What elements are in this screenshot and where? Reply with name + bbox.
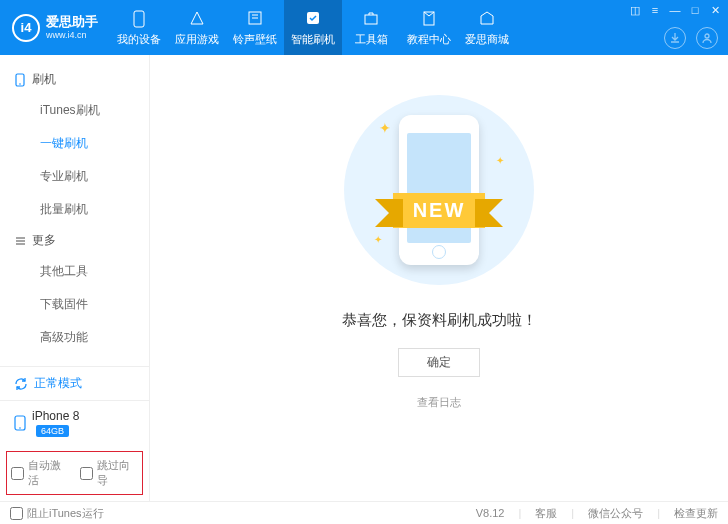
version-label: V8.12 (476, 507, 505, 519)
sidebar-group[interactable]: 刷机 (0, 65, 149, 94)
wechat-link[interactable]: 微信公众号 (588, 506, 643, 521)
main-content: ✦ ✦ ✦ NEW 恭喜您，保资料刷机成功啦！ 确定 查看日志 (150, 55, 728, 501)
maximize-icon[interactable]: □ (688, 4, 702, 17)
sparkle-icon: ✦ (496, 155, 504, 166)
device-info[interactable]: iPhone 8 64GB (0, 401, 149, 445)
support-link[interactable]: 客服 (535, 506, 557, 521)
sparkle-icon: ✦ (379, 120, 391, 136)
sidebar-item[interactable]: 批量刷机 (0, 193, 149, 226)
logo-icon: i4 (12, 14, 40, 42)
nav-4[interactable]: 工具箱 (342, 0, 400, 55)
sidebar-item[interactable]: 下载固件 (0, 288, 149, 321)
svg-rect-0 (134, 11, 144, 27)
sidebar: 刷机iTunes刷机一键刷机专业刷机批量刷机更多其他工具下载固件高级功能 正常模… (0, 55, 150, 501)
sidebar-group[interactable]: 更多 (0, 226, 149, 255)
nav-2[interactable]: 铃声壁纸 (226, 0, 284, 55)
menu-icon[interactable]: ≡ (648, 4, 662, 17)
svg-point-9 (19, 427, 21, 429)
sidebar-item[interactable]: iTunes刷机 (0, 94, 149, 127)
logo: i4 爱思助手 www.i4.cn (0, 14, 110, 42)
download-button[interactable] (664, 27, 686, 49)
new-ribbon: NEW (393, 193, 486, 228)
mode-label: 正常模式 (34, 375, 82, 392)
nav-0[interactable]: 我的设备 (110, 0, 168, 55)
options-box: 自动激活 跳过向导 (6, 451, 143, 495)
storage-badge: 64GB (36, 425, 69, 437)
close-icon[interactable]: ✕ (708, 4, 722, 17)
skip-wizard-checkbox[interactable]: 跳过向导 (80, 458, 139, 488)
user-button[interactable] (696, 27, 718, 49)
svg-point-5 (705, 34, 709, 38)
nav-6[interactable]: 爱思商城 (458, 0, 516, 55)
refresh-icon (14, 377, 28, 391)
view-log-link[interactable]: 查看日志 (417, 395, 461, 410)
svg-rect-3 (365, 15, 377, 24)
app-name: 爱思助手 (46, 14, 98, 30)
window-controls: ◫ ≡ — □ ✕ (628, 4, 722, 17)
app-header: i4 爱思助手 www.i4.cn 我的设备应用游戏铃声壁纸智能刷机工具箱教程中… (0, 0, 728, 55)
nav-3[interactable]: 智能刷机 (284, 0, 342, 55)
sidebar-item[interactable]: 高级功能 (0, 321, 149, 354)
sidebar-item[interactable]: 其他工具 (0, 255, 149, 288)
success-illustration: ✦ ✦ ✦ NEW (344, 95, 534, 285)
block-itunes-checkbox[interactable]: 阻止iTunes运行 (10, 506, 104, 521)
success-message: 恭喜您，保资料刷机成功啦！ (342, 311, 537, 330)
nav-1[interactable]: 应用游戏 (168, 0, 226, 55)
app-url: www.i4.cn (46, 30, 98, 41)
auto-activate-checkbox[interactable]: 自动激活 (11, 458, 70, 488)
top-nav: 我的设备应用游戏铃声壁纸智能刷机工具箱教程中心爱思商城 (110, 0, 516, 55)
sidebar-item[interactable]: 一键刷机 (0, 127, 149, 160)
nav-5[interactable]: 教程中心 (400, 0, 458, 55)
minimize-icon[interactable]: — (668, 4, 682, 17)
tshirt-icon[interactable]: ◫ (628, 4, 642, 17)
sparkle-icon: ✦ (374, 234, 382, 245)
mode-status[interactable]: 正常模式 (0, 367, 149, 401)
update-link[interactable]: 检查更新 (674, 506, 718, 521)
sidebar-item[interactable]: 专业刷机 (0, 160, 149, 193)
status-bar: 阻止iTunes运行 V8.12 | 客服 | 微信公众号 | 检查更新 (0, 501, 728, 524)
phone-graphic (399, 115, 479, 265)
device-name: iPhone 8 (32, 409, 79, 423)
phone-icon (14, 415, 26, 431)
svg-point-7 (19, 83, 21, 85)
svg-rect-4 (424, 12, 434, 25)
ok-button[interactable]: 确定 (398, 348, 480, 377)
